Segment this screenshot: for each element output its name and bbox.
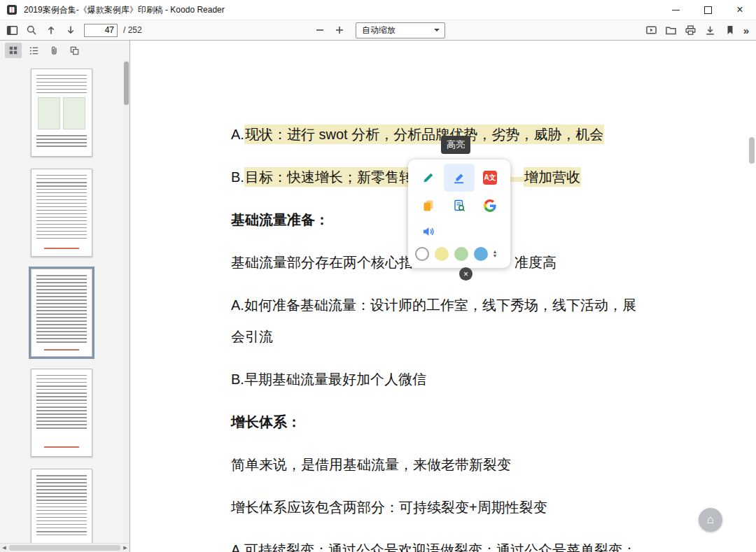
underline-pen-button[interactable]: [413, 164, 444, 192]
page-thumbnail[interactable]: [31, 369, 92, 457]
presentation-icon: [645, 24, 657, 36]
bookmark-button[interactable]: [721, 22, 739, 38]
document-search-icon: [452, 199, 466, 213]
tab-attachments[interactable]: [46, 43, 62, 58]
presentation-mode-button[interactable]: [643, 22, 661, 38]
home-icon: ⌂: [707, 513, 714, 527]
scroll-left-arrow-icon[interactable]: ◀: [0, 544, 8, 552]
sidebar-toggle-button[interactable]: [3, 22, 21, 38]
search-button[interactable]: [22, 22, 41, 38]
copy-button[interactable]: [413, 192, 444, 220]
page-total-label: / 252: [123, 25, 142, 35]
highlighter-icon: [452, 171, 466, 185]
text-run: B.: [231, 169, 244, 185]
back-home-button[interactable]: ⌂: [699, 508, 722, 532]
thumbnail-text-placeholder: [36, 275, 87, 344]
thumbnail-text-placeholder: [36, 375, 87, 430]
outline-list-icon: [29, 45, 39, 56]
color-swatch-blue[interactable]: [474, 247, 488, 261]
minimize-button[interactable]: [659, 0, 692, 20]
main-scrollbar[interactable]: [748, 41, 756, 552]
zoom-select[interactable]: 自动缩放: [356, 22, 445, 38]
thumbnail-list: [0, 60, 122, 544]
download-button[interactable]: [701, 22, 720, 38]
sidebar-scrollbar-thumb[interactable]: [124, 62, 129, 105]
paragraph: 简单来说，是借用基础流量，来做老带新裂变: [231, 449, 735, 481]
text-run: 会引流: [231, 329, 273, 344]
toolbar-left-group: / 252: [3, 22, 142, 38]
text-run: 准度高: [514, 255, 556, 270]
arrow-up-icon: [46, 24, 57, 36]
popup-row: [413, 192, 505, 220]
spinner-down-icon[interactable]: ▾: [493, 254, 496, 258]
tab-thumbnails[interactable]: [5, 43, 22, 58]
page-number-input[interactable]: [84, 24, 118, 37]
thumbnail-red-text-placeholder: [44, 446, 79, 448]
translate-button[interactable]: A文: [475, 164, 505, 192]
body-area: ◀ ▶ A.现状：进行 swot 分析，分析品牌优势，劣势，威胁，机会 B.目标…: [0, 41, 756, 552]
bookmark-icon: [724, 24, 736, 36]
maximize-button[interactable]: [692, 0, 724, 20]
thumbnail-text-placeholder: [36, 135, 87, 148]
highlighted-text: 目标：快速增长；新零售转: [244, 167, 414, 187]
zoom-out-button[interactable]: [311, 22, 329, 38]
paragraph: A.现状：进行 swot 分析，分析品牌优势，劣势，威胁，机会: [231, 119, 735, 150]
zoom-in-button[interactable]: [330, 22, 349, 38]
highlight-color-row: ▴ ▾: [413, 243, 505, 265]
paragraph: A.如何准备基础流量：设计师的工作室，线下秀场，线下活动，展会引流: [231, 290, 735, 353]
pdf-page-content: A.现状：进行 swot 分析，分析品牌优势，劣势，威胁，机会 B.目标：快速增…: [130, 41, 756, 552]
close-icon: ×: [736, 4, 743, 15]
color-swatch-yellow[interactable]: [435, 247, 449, 261]
google-search-button[interactable]: [475, 192, 505, 220]
maximize-icon: [704, 6, 712, 14]
highlighted-text: 增加营收: [524, 167, 581, 187]
sidebar-scrollbar[interactable]: [123, 60, 130, 544]
sidebar-horizontal-scrollbar[interactable]: ◀ ▶: [0, 543, 130, 552]
dictionary-lookup-button[interactable]: [444, 192, 475, 220]
google-icon: [484, 199, 496, 212]
page-thumbnail[interactable]: [31, 469, 92, 544]
page-thumbnail[interactable]: [31, 169, 92, 257]
previous-page-button[interactable]: [42, 22, 60, 38]
paragraph: B.早期基础流量最好加个人微信: [231, 364, 735, 395]
thumbnail-red-text-placeholder: [44, 349, 79, 351]
text-run: A.: [231, 127, 244, 142]
window-title: 2019案例合集-《爆款案例库》印刷稿 - Koodo Reader: [24, 4, 659, 16]
copy-icon: [421, 199, 435, 213]
text-run: 基础流量部分存在两个核心指: [231, 255, 413, 270]
text-run: A.如何准备基础流量：设计师的工作室，线下秀场，线下活动，展: [231, 297, 636, 313]
arrow-down-icon: [65, 24, 76, 36]
pdf-toolbar: / 252 自动缩放: [0, 20, 756, 41]
sidebar-hscrollbar-thumb[interactable]: [9, 545, 120, 551]
grid-icon: [8, 45, 18, 55]
main-scrollbar-thumb[interactable]: [749, 137, 755, 164]
close-button[interactable]: ×: [724, 0, 756, 20]
tab-outline[interactable]: [25, 43, 42, 58]
page-thumbnail-selected[interactable]: [31, 269, 92, 357]
next-page-button[interactable]: [62, 22, 80, 38]
thumbnail-image-placeholder: [38, 97, 85, 129]
color-swatch-white[interactable]: [415, 247, 429, 261]
open-file-button[interactable]: [662, 22, 680, 38]
chevron-down-icon: [434, 29, 440, 31]
sidebar-toggle-icon: [6, 24, 18, 36]
translate-icon: A文: [483, 171, 497, 185]
page-thumbnail[interactable]: [31, 69, 92, 157]
print-button[interactable]: [682, 22, 700, 38]
highlight-button[interactable]: [444, 164, 475, 192]
paperclip-icon: [49, 45, 59, 56]
plus-icon: [334, 24, 345, 36]
scroll-right-arrow-icon[interactable]: ▶: [121, 544, 130, 552]
sidebar-tabs: [0, 41, 130, 60]
text-to-speech-button[interactable]: [413, 220, 444, 243]
annotation-popup: A文: [408, 160, 510, 268]
popup-row: [413, 220, 505, 243]
sidebar: ◀ ▶: [0, 41, 130, 552]
paragraph: A.可持续裂变：通过公众号欢迎语做裂变；通过公众号菜单裂变；: [231, 535, 735, 552]
tab-layers[interactable]: [66, 43, 83, 58]
pdf-viewer: A.现状：进行 swot 分析，分析品牌优势，劣势，威胁，机会 B.目标：快速增…: [130, 41, 756, 552]
more-tools-button[interactable]: »: [741, 24, 752, 36]
color-swatch-green[interactable]: [454, 247, 468, 261]
thumbnail-text-placeholder: [36, 75, 87, 93]
popup-close-button[interactable]: ×: [459, 267, 472, 281]
